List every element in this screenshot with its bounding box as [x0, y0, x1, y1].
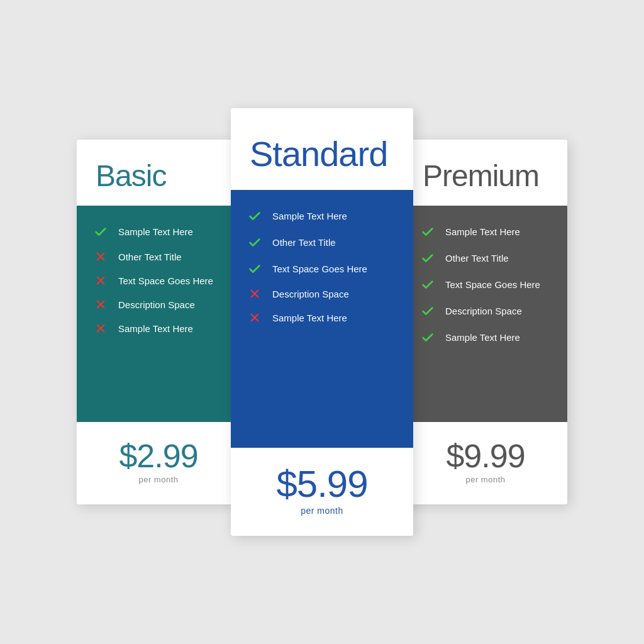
- check-icon: [419, 330, 436, 344]
- basic-feature-list: Sample Text Here Other Text Title Text S…: [77, 206, 240, 422]
- standard-period: per month: [243, 506, 401, 516]
- check-icon: [419, 225, 436, 238]
- pricing-container: Basic Sample Text Here Other Text Title …: [0, 0, 644, 644]
- standard-pricing: $5.99 per month: [231, 448, 413, 536]
- premium-pricing: $9.99 per month: [404, 422, 567, 504]
- feature-text: Description Space: [118, 299, 195, 310]
- cross-icon: [246, 288, 264, 299]
- feature-text: Sample Text Here: [272, 211, 347, 221]
- feature-text: Other Text Title: [445, 253, 509, 264]
- feature-text: Sample Text Here: [272, 313, 347, 323]
- premium-feature-list: Sample Text Here Other Text Title Text S…: [404, 206, 567, 422]
- check-icon: [419, 277, 436, 291]
- standard-feature-list: Sample Text Here Other Text Title Text S…: [231, 190, 413, 448]
- list-item: Other Text Title: [419, 245, 552, 271]
- list-item: Description Space: [419, 297, 552, 324]
- standard-price: $5.99: [243, 465, 401, 503]
- check-icon: [419, 304, 436, 318]
- list-item: Sample Text Here: [419, 324, 552, 350]
- feature-text: Description Space: [272, 289, 349, 299]
- list-item: Sample Text Here: [419, 218, 552, 245]
- feature-text: Other Text Title: [272, 237, 336, 248]
- list-item: Sample Text Here: [246, 203, 398, 229]
- premium-price: $9.99: [416, 440, 555, 472]
- check-icon: [246, 262, 264, 275]
- feature-text: Text Space Goes Here: [445, 279, 540, 290]
- list-item: Other Text Title: [246, 229, 398, 255]
- cross-icon: [92, 323, 109, 334]
- premium-header: Premium: [404, 140, 567, 206]
- list-item: Text Space Goes Here: [92, 269, 225, 292]
- check-icon: [92, 225, 109, 238]
- cross-icon: [246, 312, 264, 323]
- feature-text: Sample Text Here: [445, 226, 520, 237]
- card-standard: Standard Sample Text Here Other Text Tit…: [231, 108, 413, 536]
- feature-text: Sample Text Here: [118, 323, 193, 334]
- card-premium: Premium Sample Text Here Other Text Titl…: [404, 140, 567, 504]
- list-item: Sample Text Here: [92, 316, 225, 340]
- list-item: Description Space: [246, 282, 398, 306]
- list-item: Text Space Goes Here: [419, 271, 552, 297]
- premium-period: per month: [416, 475, 555, 484]
- standard-title: Standard: [250, 133, 394, 174]
- basic-period: per month: [89, 475, 228, 484]
- basic-pricing: $2.99 per month: [77, 422, 240, 504]
- standard-header: Standard: [231, 108, 413, 190]
- basic-title: Basic: [96, 158, 221, 193]
- cross-icon: [92, 299, 109, 310]
- check-icon: [246, 209, 264, 223]
- cross-icon: [92, 275, 109, 286]
- basic-header: Basic: [77, 140, 240, 206]
- basic-price: $2.99: [89, 440, 228, 472]
- feature-text: Sample Text Here: [445, 332, 520, 343]
- list-item: Sample Text Here: [246, 306, 398, 330]
- feature-text: Other Text Title: [118, 252, 182, 262]
- list-item: Text Space Goes Here: [246, 255, 398, 282]
- cross-icon: [92, 251, 109, 262]
- card-basic: Basic Sample Text Here Other Text Title …: [77, 140, 240, 504]
- check-icon: [419, 251, 436, 265]
- feature-text: Description Space: [445, 306, 522, 316]
- list-item: Description Space: [92, 292, 225, 316]
- feature-text: Sample Text Here: [118, 226, 193, 237]
- check-icon: [246, 235, 264, 249]
- list-item: Sample Text Here: [92, 218, 225, 245]
- premium-title: Premium: [423, 158, 548, 193]
- feature-text: Text Space Goes Here: [272, 264, 367, 274]
- feature-text: Text Space Goes Here: [118, 275, 213, 286]
- list-item: Other Text Title: [92, 245, 225, 269]
